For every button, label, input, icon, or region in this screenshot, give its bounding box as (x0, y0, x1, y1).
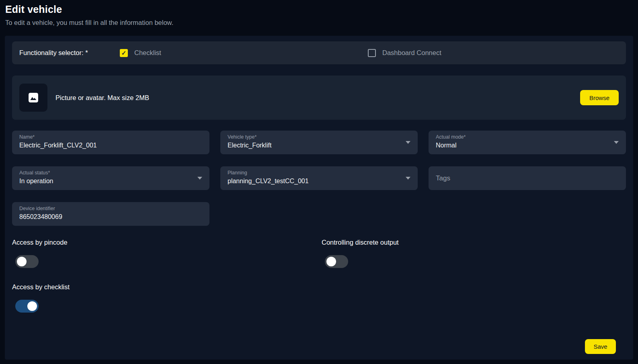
chevron-down-icon (406, 141, 410, 144)
dashboard-connect-checkbox[interactable] (368, 49, 376, 57)
chevron-down-icon (406, 177, 410, 180)
save-button[interactable]: Save (585, 339, 616, 354)
access-by-checklist-group: Access by checklist (12, 283, 626, 313)
tags-placeholder: Tags (436, 174, 450, 182)
grid-spacer (220, 202, 418, 226)
form-grid: Name* Electric_Forklift_CLV2_001 Vehicle… (12, 131, 626, 226)
vehicle-type-label: Vehicle type* (228, 134, 410, 140)
toggle-knob (17, 257, 27, 266)
actual-status-select[interactable]: Actual status* In operation (12, 166, 209, 190)
chevron-down-icon (197, 177, 202, 180)
vehicle-type-select[interactable]: Vehicle type* Electric_Forklift (220, 131, 418, 154)
name-field-value: Electric_Forklift_CLV2_001 (19, 142, 202, 149)
device-identifier-field[interactable]: Device identifier 865023480069 (12, 202, 209, 226)
planning-select[interactable]: Planning planning_CLV2_testCC_001 (220, 166, 418, 190)
dashboard-connect-checkbox-label: Dashboard Connect (382, 49, 441, 57)
access-by-checklist-toggle[interactable] (15, 300, 39, 313)
avatar-preview (19, 84, 47, 112)
planning-label: Planning (228, 170, 410, 176)
page-title: Edit vehicle (5, 4, 638, 15)
name-field[interactable]: Name* Electric_Forklift_CLV2_001 (12, 131, 209, 154)
controlling-discrete-output-label: Controlling discrete output (322, 239, 399, 246)
image-icon (28, 92, 39, 103)
edit-vehicle-form-panel: Functionality selector: * ✓ Checklist Da… (5, 36, 633, 360)
access-by-pincode-label: Access by pincode (12, 239, 322, 246)
access-by-pincode-group: Access by pincode (12, 239, 322, 268)
page-subtitle: To edit a vehicle, you must fill in all … (5, 19, 638, 27)
name-field-label: Name* (19, 134, 202, 140)
toggle-knob (326, 257, 336, 266)
chevron-down-icon (614, 141, 619, 144)
access-by-checklist-label: Access by checklist (12, 283, 626, 291)
actual-mode-value: Normal (436, 142, 619, 149)
functionality-selector-label: Functionality selector: * (19, 49, 120, 57)
checklist-checkbox-label: Checklist (134, 49, 161, 57)
browse-button[interactable]: Browse (580, 90, 619, 105)
toggles-row: Access by pincode Controlling discrete o… (12, 239, 626, 268)
controlling-discrete-output-toggle[interactable] (325, 255, 348, 268)
actual-status-value: In operation (19, 178, 202, 185)
picture-description: Picture or avatar. Max size 2MB (55, 94, 149, 102)
device-identifier-value: 865023480069 (19, 213, 202, 221)
checklist-checkbox[interactable]: ✓ (120, 49, 128, 57)
tags-input[interactable]: Tags (429, 166, 626, 190)
actual-mode-select[interactable]: Actual mode* Normal (429, 131, 626, 154)
access-by-pincode-toggle[interactable] (15, 255, 39, 268)
picture-upload-row: Picture or avatar. Max size 2MB Browse (12, 76, 626, 120)
device-identifier-label: Device identifier (19, 206, 202, 211)
functionality-selector-bar: Functionality selector: * ✓ Checklist Da… (12, 41, 626, 64)
checkbox-group-dashboard-connect[interactable]: Dashboard Connect (368, 49, 441, 57)
actual-mode-label: Actual mode* (436, 134, 619, 140)
grid-spacer (429, 202, 626, 226)
checkbox-group-checklist[interactable]: ✓ Checklist (120, 49, 368, 57)
controlling-discrete-output-group: Controlling discrete output (322, 239, 399, 268)
page-header: Edit vehicle To edit a vehicle, you must… (0, 0, 638, 36)
vehicle-type-value: Electric_Forklift (228, 142, 410, 149)
planning-value: planning_CLV2_testCC_001 (228, 178, 410, 185)
toggle-knob (27, 301, 37, 311)
actual-status-label: Actual status* (19, 170, 202, 176)
